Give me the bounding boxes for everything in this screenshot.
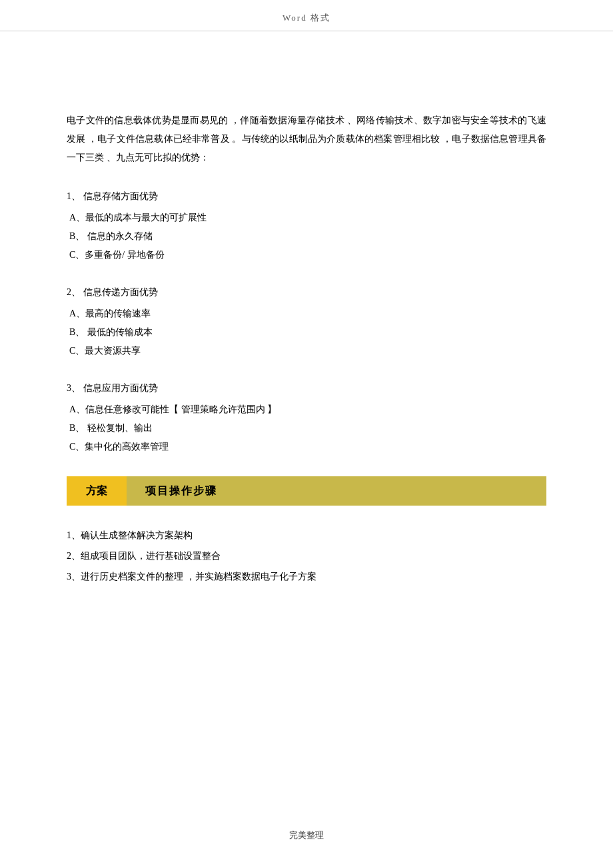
section-1-item-c: C、多重备份/ 异地备份 [67, 246, 546, 264]
header-bar: Word 格式 [0, 0, 613, 31]
steps-block: 1、确认生成整体解决方案架构 2、组成项目团队，进行基础设置整合 3、进行历史档… [67, 526, 546, 587]
section-2-item-b: B、 最低的传输成本 [67, 323, 546, 342]
intro-paragraph: 电子文件的信息载体优势是显而易见的 ，伴随着数据海量存储技术 、网络传输技术、数… [67, 111, 546, 167]
section-2-block: 2、 信息传递方面优势 A、最高的传输速率 B、 最低的传输成本 C、最大资源共… [67, 283, 546, 360]
section-1-block: 1、 信息存储方面优势 A、最低的成本与最大的可扩展性 B、 信息的永久存储 C… [67, 187, 546, 264]
section-3-item-a: A、信息任意修改可能性【 管理策略允许范围内 】 [67, 400, 546, 419]
page-container: Word 格式 电子文件的信息载体优势是显而易见的 ，伴随着数据海量存储技术 、… [0, 0, 613, 868]
section-2-item-a: A、最高的传输速率 [67, 304, 546, 323]
footer-bar: 完美整理 [0, 809, 613, 855]
header-title: Word 格式 [283, 13, 330, 23]
section-3-block: 3、 信息应用方面优势 A、信息任意修改可能性【 管理策略允许范围内 】 B、 … [67, 379, 546, 456]
banner-content: 项目操作步骤 [127, 476, 546, 506]
section-1-item-a: A、最低的成本与最大的可扩展性 [67, 209, 546, 227]
section-1-title: 1、 信息存储方面优势 [67, 187, 546, 206]
section-1-item-b: B、 信息的永久存储 [67, 227, 546, 246]
banner-row: 方案 项目操作步骤 [67, 476, 546, 506]
section-3-item-b: B、 轻松复制、输出 [67, 419, 546, 438]
section-3-title: 3、 信息应用方面优势 [67, 379, 546, 398]
section-3-item-c: C、集中化的高效率管理 [67, 438, 546, 456]
step-1: 1、确认生成整体解决方案架构 [67, 526, 546, 546]
main-content: 电子文件的信息载体优势是显而易见的 ，伴随着数据海量存储技术 、网络传输技术、数… [0, 31, 613, 614]
section-2-title: 2、 信息传递方面优势 [67, 283, 546, 302]
step-2: 2、组成项目团队，进行基础设置整合 [67, 546, 546, 567]
step-3: 3、进行历史档案文件的整理 ，并实施档案数据电子化子方案 [67, 567, 546, 588]
banner-label: 方案 [67, 476, 127, 506]
footer-text: 完美整理 [289, 830, 324, 840]
section-2-item-c: C、最大资源共享 [67, 342, 546, 360]
